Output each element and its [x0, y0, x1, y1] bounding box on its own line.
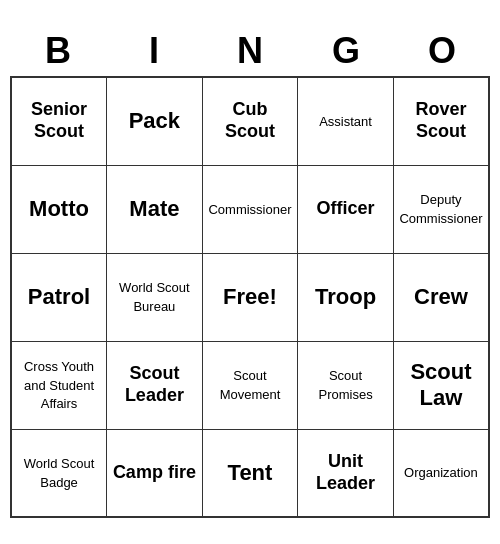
cell-text: Officer: [317, 198, 375, 218]
cell-text: Deputy Commissioner: [399, 192, 482, 226]
grid-cell: Motto: [11, 165, 107, 253]
grid-cell: Assistant: [298, 77, 394, 165]
cell-text: Scout Movement: [220, 368, 281, 402]
header-letter: O: [394, 26, 490, 76]
grid-cell: Camp fire: [107, 429, 203, 517]
grid-cell: Organization: [393, 429, 489, 517]
grid-cell: World Scout Bureau: [107, 253, 203, 341]
cell-text: Assistant: [319, 114, 372, 129]
cell-text: Motto: [29, 196, 89, 221]
cell-text: World Scout Badge: [24, 456, 95, 490]
table-row: Senior ScoutPackCub ScoutAssistantRover …: [11, 77, 489, 165]
cell-text: Mate: [129, 196, 179, 221]
bingo-grid: Senior ScoutPackCub ScoutAssistantRover …: [10, 76, 490, 518]
cell-text: Scout Law: [410, 359, 471, 410]
bingo-header: BINGO: [10, 26, 490, 76]
table-row: World Scout BadgeCamp fireTentUnit Leade…: [11, 429, 489, 517]
grid-cell: Scout Promises: [298, 341, 394, 429]
header-letter: G: [298, 26, 394, 76]
cell-text: World Scout Bureau: [119, 280, 190, 314]
header-letter: I: [106, 26, 202, 76]
grid-cell: Scout Law: [393, 341, 489, 429]
grid-cell: Scout Movement: [202, 341, 298, 429]
cell-text: Patrol: [28, 284, 90, 309]
grid-cell: Deputy Commissioner: [393, 165, 489, 253]
cell-text: Organization: [404, 465, 478, 480]
grid-cell: Free!: [202, 253, 298, 341]
header-letter: N: [202, 26, 298, 76]
cell-text: Cross Youth and Student Affairs: [24, 359, 94, 412]
cell-text: Camp fire: [113, 462, 196, 482]
grid-cell: Cub Scout: [202, 77, 298, 165]
cell-text: Unit Leader: [316, 451, 375, 493]
cell-text: Cub Scout: [225, 99, 275, 141]
grid-cell: Officer: [298, 165, 394, 253]
grid-cell: Senior Scout: [11, 77, 107, 165]
grid-cell: Pack: [107, 77, 203, 165]
grid-cell: Rover Scout: [393, 77, 489, 165]
grid-cell: Crew: [393, 253, 489, 341]
grid-cell: World Scout Badge: [11, 429, 107, 517]
grid-cell: Unit Leader: [298, 429, 394, 517]
grid-cell: Tent: [202, 429, 298, 517]
cell-text: Senior Scout: [31, 99, 87, 141]
grid-cell: Patrol: [11, 253, 107, 341]
cell-text: Rover Scout: [415, 99, 466, 141]
table-row: MottoMateCommissionerOfficerDeputy Commi…: [11, 165, 489, 253]
cell-text: Free!: [223, 284, 277, 309]
bingo-card: BINGO Senior ScoutPackCub ScoutAssistant…: [10, 26, 490, 518]
grid-cell: Troop: [298, 253, 394, 341]
grid-cell: Mate: [107, 165, 203, 253]
table-row: PatrolWorld Scout BureauFree!TroopCrew: [11, 253, 489, 341]
cell-text: Crew: [414, 284, 468, 309]
grid-cell: Commissioner: [202, 165, 298, 253]
cell-text: Scout Leader: [125, 363, 184, 405]
table-row: Cross Youth and Student AffairsScout Lea…: [11, 341, 489, 429]
grid-cell: Cross Youth and Student Affairs: [11, 341, 107, 429]
cell-text: Scout Promises: [318, 368, 372, 402]
cell-text: Troop: [315, 284, 376, 309]
grid-cell: Scout Leader: [107, 341, 203, 429]
header-letter: B: [10, 26, 106, 76]
cell-text: Tent: [228, 460, 273, 485]
cell-text: Pack: [129, 108, 180, 133]
cell-text: Commissioner: [208, 202, 291, 217]
